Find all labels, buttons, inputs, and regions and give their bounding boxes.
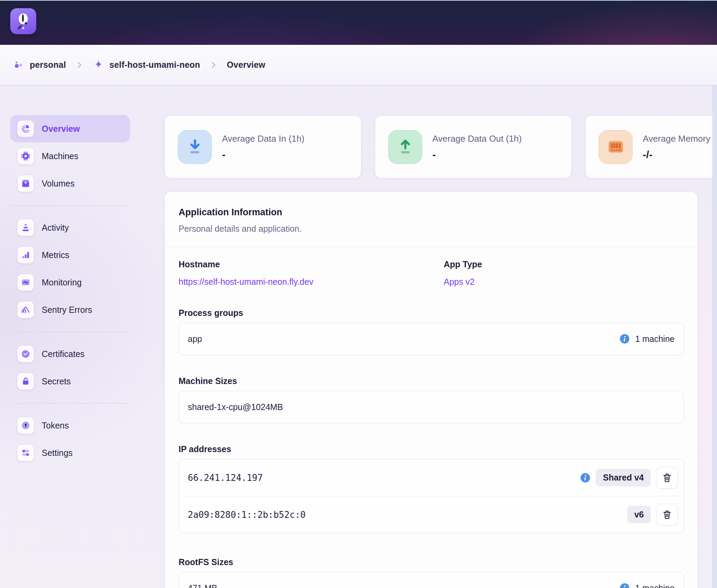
process-group-row: app 1 machine: [179, 323, 683, 355]
sidebar-item-secrets[interactable]: Secrets: [10, 368, 130, 395]
content-area: Overview Machines: [0, 86, 717, 588]
upload-icon: [388, 130, 422, 164]
sidebar-item-sentry-errors[interactable]: Sentry Errors: [10, 296, 130, 323]
sidebar-item-label: Monitoring: [42, 278, 82, 287]
chevron-right-icon: [209, 61, 218, 69]
card-divider: [165, 247, 698, 247]
bar-chart-icon: [17, 246, 34, 264]
sidebar-item-monitoring[interactable]: Monitoring: [10, 269, 130, 296]
sentry-icon: [17, 301, 34, 318]
info-icon[interactable]: [620, 583, 630, 588]
delete-ip-button[interactable]: [656, 504, 678, 526]
ip-row: 2a09:8280:1::2b:b52c:0 v6: [179, 496, 683, 533]
stat-label: Average Data Out (1h): [432, 133, 522, 144]
balloon-icon: [13, 11, 34, 32]
sidebar-item-label: Overview: [42, 124, 80, 134]
ip-address: 66.241.124.197: [188, 473, 263, 483]
sliders-icon: [17, 444, 34, 461]
rootfs-machines: 1 machine: [635, 583, 675, 588]
chevron-right-icon: [75, 61, 84, 69]
ip-version-badge: v6: [627, 506, 651, 523]
ip-version-badge: Shared v4: [596, 469, 651, 486]
card-title: Application Information: [179, 207, 684, 218]
ip-addresses-label: IP addresses: [179, 444, 684, 454]
memory-icon: [599, 130, 633, 164]
application-information-card: Application Information Personal details…: [165, 192, 698, 588]
sidebar-item-label: Secrets: [42, 376, 71, 386]
fly-logo[interactable]: [10, 8, 36, 34]
sidebar-item-label: Metrics: [42, 250, 69, 260]
sidebar-item-overview[interactable]: Overview: [10, 115, 130, 142]
sidebar-item-activity[interactable]: Activity: [10, 214, 130, 241]
machine-size-value: shared-1x-cpu@1024MB: [188, 402, 283, 412]
rootfs-size-value: 471 MB: [188, 583, 217, 588]
breadcrumb-app[interactable]: self-host-umami-neon: [93, 59, 200, 71]
chip-icon: [17, 148, 34, 165]
app-type-field: App Type Apps v2: [444, 259, 684, 287]
stat-card-data-out: Average Data Out (1h) -: [375, 115, 572, 178]
sidebar-item-label: Certificates: [42, 349, 84, 359]
main-panel: Average Data In (1h) - Average Data Out …: [165, 115, 717, 588]
app-sparkle-icon: [93, 59, 104, 71]
process-group-machines: 1 machine: [635, 334, 675, 344]
sidebar-item-label: Machines: [42, 151, 78, 161]
breadcrumb-app-label: self-host-umami-neon: [109, 60, 200, 70]
breadcrumb: personal self-host-umami-neon Overview: [0, 45, 717, 86]
sidebar-item-metrics[interactable]: Metrics: [10, 241, 130, 269]
badge-check-icon: [17, 345, 34, 362]
breadcrumb-page: Overview: [227, 60, 265, 70]
package-icon: [17, 175, 34, 192]
sidebar-item-label: Settings: [42, 448, 73, 458]
stat-label: Average Data In (1h): [222, 133, 304, 144]
scrollbar[interactable]: [712, 86, 717, 588]
sidebar: Overview Machines: [10, 115, 130, 466]
sidebar-item-label: Tokens: [42, 421, 69, 431]
process-group-name: app: [188, 334, 202, 344]
stat-value: -: [432, 149, 522, 161]
hostname-field: Hostname https://self-host-umami-neon.fl…: [179, 259, 444, 287]
rootfs-sizes-box: 471 MB 1 machine: [179, 572, 684, 588]
trash-icon: [662, 472, 673, 483]
stat-card-data-in: Average Data In (1h) -: [165, 115, 361, 178]
stat-value: -: [222, 149, 304, 161]
activity-icon: [17, 219, 34, 236]
app-type-label: App Type: [444, 259, 684, 269]
ip-address: 2a09:8280:1::2b:b52c:0: [188, 510, 305, 520]
sidebar-divider: [11, 205, 129, 206]
app-header: [0, 0, 717, 46]
ip-addresses-box: 66.241.124.197 Shared v4: [179, 459, 684, 533]
sidebar-item-volumes[interactable]: Volumes: [10, 170, 130, 197]
info-icon[interactable]: [620, 334, 630, 344]
hostname-link[interactable]: https://self-host-umami-neon.fly.dev: [179, 277, 313, 287]
sidebar-divider: [11, 403, 129, 404]
sidebar-item-certificates[interactable]: Certificates: [10, 340, 130, 368]
rootfs-sizes-label: RootFS Sizes: [179, 557, 684, 567]
sidebar-item-label: Sentry Errors: [42, 305, 92, 315]
pie-chart-icon: [17, 120, 34, 137]
sidebar-item-tokens[interactable]: Tokens: [10, 412, 130, 439]
trash-icon: [662, 509, 673, 520]
stat-value: -/-: [643, 149, 711, 161]
machine-sizes-box: shared-1x-cpu@1024MB: [179, 391, 684, 423]
machine-sizes-label: Machine Sizes: [179, 376, 684, 386]
machine-size-row: shared-1x-cpu@1024MB: [179, 391, 683, 423]
key-icon: [17, 417, 34, 434]
stat-card-memory: Average Memory -/-: [585, 115, 717, 178]
download-icon: [178, 130, 212, 164]
ip-row: 66.241.124.197 Shared v4: [179, 459, 683, 496]
pulse-monitor-icon: [17, 274, 34, 291]
delete-ip-button[interactable]: [656, 467, 678, 489]
app-type-link[interactable]: Apps v2: [444, 277, 474, 287]
info-icon[interactable]: [580, 473, 590, 483]
org-dots-icon: [13, 59, 25, 71]
rootfs-row: 471 MB 1 machine: [179, 572, 683, 588]
stat-label: Average Memory: [643, 133, 711, 144]
breadcrumb-page-label: Overview: [227, 60, 265, 70]
sidebar-item-settings[interactable]: Settings: [10, 439, 130, 466]
card-subtitle: Personal details and application.: [179, 224, 684, 234]
sidebar-item-machines[interactable]: Machines: [10, 142, 130, 170]
breadcrumb-org-label: personal: [30, 60, 66, 70]
sidebar-divider: [11, 332, 129, 332]
breadcrumb-org[interactable]: personal: [13, 59, 66, 71]
hostname-label: Hostname: [179, 259, 444, 269]
